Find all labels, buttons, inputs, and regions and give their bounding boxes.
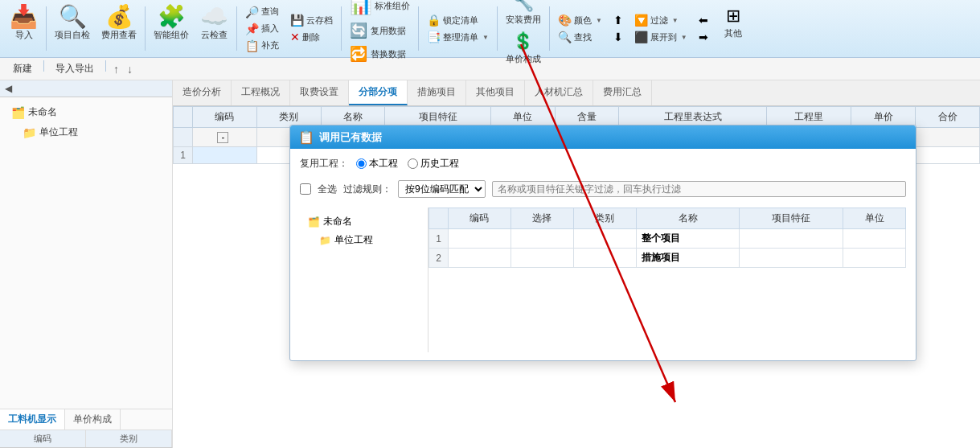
standard-group-icon: 📊 (350, 0, 371, 16)
other-button[interactable]: ⊞ 其他 (715, 3, 752, 54)
modal-row-code-2 (449, 249, 511, 268)
radio-history-project[interactable]: 历史工程 (408, 157, 459, 171)
tab-project-overview[interactable]: 工程概况 (232, 80, 290, 105)
replenish-button[interactable]: 📋 补充 (240, 38, 284, 54)
work-col-category: 类别 (86, 430, 172, 447)
filter-button[interactable]: 🔽 过滤 ▼ (629, 12, 692, 28)
reuse-data-button[interactable]: 🔄 复用数据 (345, 19, 415, 42)
down-arrow-icon: ⬇ (613, 31, 623, 43)
lock-list-button[interactable]: 🔒 锁定清单 (422, 12, 494, 28)
organize-dropdown-icon: ▼ (482, 34, 489, 41)
move-up-button[interactable]: ↑ (111, 62, 121, 76)
select-all-checkbox[interactable] (300, 183, 311, 195)
tab-fee-settings[interactable]: 取费设置 (290, 80, 349, 105)
work-tab-unit-price-button[interactable]: 单价构成 (65, 409, 121, 430)
project-check-button[interactable]: 🔍 项目自检 (50, 3, 95, 54)
filter-section: 全选 过滤规则： 按9位编码匹配 按名称匹配 按特征匹配 (300, 177, 906, 201)
modal-col-select: 选择 (511, 208, 573, 229)
unit-project-item[interactable]: 📁 单位工程 (6, 122, 166, 142)
cloud-save-icon: 💾 (290, 14, 304, 27)
modal-col-category: 类别 (573, 208, 636, 229)
replenish-label: 补充 (261, 39, 279, 51)
right-tools-area: 🎨 颜色 ▼ 🔍 查找 (553, 3, 607, 54)
filter-label: 过滤 (650, 14, 668, 27)
insert-button[interactable]: 📌 插入 (240, 21, 284, 37)
cloud-save-button[interactable]: 💾 云存档 (285, 12, 338, 28)
replace-data-icon: 🔁 (350, 45, 367, 63)
modal-tree-unnamed[interactable]: 🗂️ 未命名 (305, 212, 423, 231)
tab-measures[interactable]: 措施项目 (408, 80, 466, 105)
expand-icon: ⬛ (634, 31, 648, 43)
smart-group-button[interactable]: 🧩 智能组价 (149, 3, 194, 54)
modal-row-select-1[interactable] (511, 229, 573, 249)
modal-table-row: 1 整个项目 (429, 229, 906, 249)
standard-group-button[interactable]: 📊 标准组价 (345, 0, 415, 18)
import-button[interactable]: 📥 导入 (5, 3, 43, 54)
new-button[interactable]: 新建 (6, 60, 39, 77)
radio-current-input[interactable] (356, 158, 367, 169)
filter-icon: 🔽 (634, 14, 648, 27)
organize-list-button[interactable]: 📑 整理清单 ▼ (422, 29, 494, 45)
unnamed-project-item[interactable]: 🗂️ 未命名 (6, 102, 166, 122)
divider-4 (341, 6, 342, 51)
left-nav-button[interactable]: ⬅ (694, 12, 713, 28)
fee-check-icon: 💰 (105, 6, 133, 28)
organize-list-label: 整理清单 (443, 31, 478, 43)
tab-labor-material[interactable]: 人材机汇总 (525, 80, 593, 105)
work-tab-buttons: 工料机显示 单价构成 (0, 409, 172, 430)
move-down-button[interactable]: ↓ (125, 62, 135, 76)
filter-rules-label: 过滤规则： (343, 183, 392, 196)
row-code-1[interactable] (193, 147, 257, 164)
unit-price-button[interactable]: 💲 单价构成 (501, 29, 546, 68)
tab-other-items[interactable]: 其他项目 (466, 80, 525, 105)
modal-tree-unit-icon: 📁 (319, 235, 331, 246)
reuse-data-icon: 🔄 (350, 22, 367, 39)
color-button[interactable]: 🎨 颜色 ▼ (553, 12, 607, 28)
col-code: 编码 (193, 107, 257, 128)
modal-grid-header-row: 编码 选择 类别 名称 项目特征 单位 (429, 208, 906, 229)
other-label: 其他 (724, 27, 742, 39)
filter-input[interactable] (492, 181, 906, 197)
tab-sections[interactable]: 分部分项 (349, 80, 408, 105)
unit-price-label: 单价构成 (506, 53, 541, 65)
tab-cost-analysis[interactable]: 造价分析 (173, 80, 232, 105)
small-buttons-group: 🔎 查询 📌 插入 📋 补充 (240, 3, 284, 54)
filter-expand-area: 🔽 过滤 ▼ ⬛ 展开到 ▼ (629, 3, 692, 54)
filter-rule-select[interactable]: 按9位编码匹配 按名称匹配 按特征匹配 (398, 180, 486, 198)
cloud-check-button[interactable]: ☁️ 云检查 (195, 3, 233, 54)
modal-tree-unit[interactable]: 📁 单位工程 (305, 231, 423, 249)
work-grid-header: 编码 类别 (0, 430, 172, 448)
find-icon: 🔍 (558, 31, 572, 43)
smart-group-icon: 🧩 (158, 6, 186, 28)
unnamed-project-label: 未命名 (28, 105, 57, 119)
insert-label: 插入 (261, 23, 279, 35)
divider-6 (497, 6, 498, 51)
sidebar-spacer (0, 147, 172, 409)
find-button[interactable]: 🔍 查找 (553, 29, 607, 45)
work-tab-labor-button[interactable]: 工料机显示 (0, 409, 65, 430)
down-arrow-button[interactable]: ⬇ (609, 29, 628, 45)
smart-group-label: 智能组价 (154, 29, 189, 41)
radio-history-input[interactable] (408, 158, 418, 169)
install-fee-button[interactable]: 🔧 安装费用 (501, 0, 546, 28)
expand-button[interactable]: ⬛ 展开到 ▼ (629, 29, 692, 45)
fee-check-button[interactable]: 💰 费用查看 (96, 3, 141, 54)
divider-3 (236, 6, 237, 51)
reuse-label: 复用工程： (300, 157, 348, 171)
right-nav-button[interactable]: ➡ (694, 29, 713, 45)
up-arrow-button[interactable]: ⬆ (609, 12, 628, 28)
modal-grid-panel: 编码 选择 类别 名称 项目特征 单位 1 (428, 208, 906, 352)
collapse-toggle-0[interactable]: - (217, 132, 228, 143)
up-arrow-icon: ⬆ (613, 14, 623, 27)
query-button[interactable]: 🔎 查询 (240, 4, 284, 20)
modal-row-select-2[interactable] (511, 249, 573, 268)
import-export-button[interactable]: 导入导出 (49, 60, 100, 77)
replace-data-button[interactable]: 🔁 替换数据 (345, 43, 415, 65)
sidebar-collapse-bar[interactable]: ◀ (0, 80, 172, 97)
modal-row-num-2: 2 (429, 249, 449, 268)
radio-current-project[interactable]: 本工程 (356, 157, 398, 171)
modal-body: 复用工程： 本工程 历史工程 全选 (290, 149, 916, 360)
main-content-area: ◀ 🗂️ 未命名 📁 单位工程 工料机显示 单价构成 编码 类别 (0, 80, 980, 448)
tab-fee-summary[interactable]: 费用汇总 (593, 80, 652, 105)
delete-button[interactable]: ✕ 删除 (285, 29, 338, 45)
